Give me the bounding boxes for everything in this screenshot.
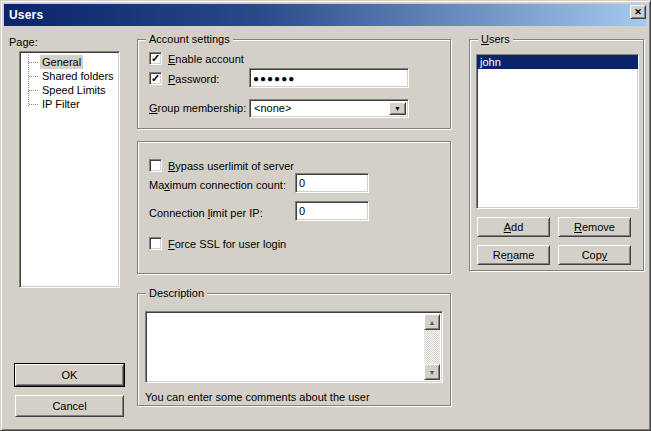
ok-button[interactable]: OK [15, 364, 124, 386]
bypass-userlimit-label[interactable]: Bypass userlimit of server [168, 160, 294, 172]
list-item-user[interactable]: john [477, 55, 638, 69]
arrow-down-icon: ▼ [429, 369, 436, 376]
password-checkbox[interactable]: ✓ [149, 72, 162, 85]
description-hint: You can enter some comments about the us… [145, 391, 370, 403]
max-connections-label: Maximum connection count: [149, 179, 286, 191]
window-title: Users [9, 8, 43, 22]
description-scrollbar[interactable]: ▲ ▼ [424, 314, 440, 380]
password-input[interactable] [249, 68, 409, 88]
description-caption: Description [146, 287, 207, 299]
scroll-up-button[interactable]: ▲ [424, 314, 440, 330]
users-group: Users john Add Remove Rename Copy [469, 39, 644, 271]
page-tree[interactable]: General Shared folders Speed Limits IP F… [19, 51, 120, 288]
group-membership-value: <none> [250, 100, 389, 117]
rename-user-button[interactable]: Rename [477, 245, 550, 265]
remove-user-button[interactable]: Remove [558, 217, 631, 237]
group-membership-select[interactable]: <none> ▼ [249, 99, 409, 118]
tree-item-label: Speed Limits [40, 83, 108, 97]
force-ssl-label[interactable]: Force SSL for user login [168, 238, 286, 250]
tree-item-label: IP Filter [40, 97, 82, 111]
password-label[interactable]: Password: [168, 73, 219, 85]
close-button[interactable]: ✕ [630, 5, 646, 19]
max-connections-input[interactable] [295, 173, 369, 193]
copy-user-button[interactable]: Copy [558, 245, 631, 265]
users-caption: Users [478, 33, 513, 45]
close-icon: ✕ [634, 8, 642, 17]
sidebar-item-shared-folders[interactable]: Shared folders [20, 69, 119, 83]
account-settings-group: Account settings ✓ Enable account ✓ Pass… [137, 39, 451, 129]
titlebar[interactable]: Users [4, 4, 647, 26]
users-list[interactable]: john [476, 54, 639, 209]
page-label: Page: [9, 36, 38, 48]
tree-item-label: General [40, 55, 83, 69]
bypass-userlimit-checkbox[interactable] [149, 159, 162, 172]
arrow-up-icon: ▲ [429, 319, 436, 326]
description-group: Description ▲ ▼ You can enter some comme… [137, 293, 451, 406]
conn-per-ip-input[interactable] [295, 201, 369, 221]
tree-item-label: Shared folders [40, 69, 116, 83]
enable-account-checkbox[interactable]: ✓ [149, 52, 162, 65]
sidebar-item-general[interactable]: General [20, 55, 119, 69]
scroll-down-button[interactable]: ▼ [424, 364, 440, 380]
cancel-button[interactable]: Cancel [15, 395, 124, 417]
checkmark-icon: ✓ [151, 73, 160, 84]
description-text[interactable] [148, 314, 424, 380]
sidebar-item-ip-filter[interactable]: IP Filter [20, 97, 119, 111]
group-membership-label: Group membership: [149, 102, 246, 114]
limits-group: Bypass userlimit of server Maximum conne… [137, 141, 451, 274]
chevron-down-icon[interactable]: ▼ [389, 102, 406, 115]
checkmark-icon: ✓ [151, 53, 160, 64]
users-dialog: Users ✕ Page: General Shared folders Spe… [0, 0, 651, 431]
sidebar-item-speed-limits[interactable]: Speed Limits [20, 83, 119, 97]
description-textarea[interactable]: ▲ ▼ [145, 311, 443, 383]
account-settings-caption: Account settings [146, 33, 233, 45]
enable-account-label[interactable]: Enable account [168, 53, 244, 65]
conn-per-ip-label: Connection limit per IP: [149, 207, 263, 219]
force-ssl-checkbox[interactable] [149, 237, 162, 250]
add-user-button[interactable]: Add [477, 217, 550, 237]
